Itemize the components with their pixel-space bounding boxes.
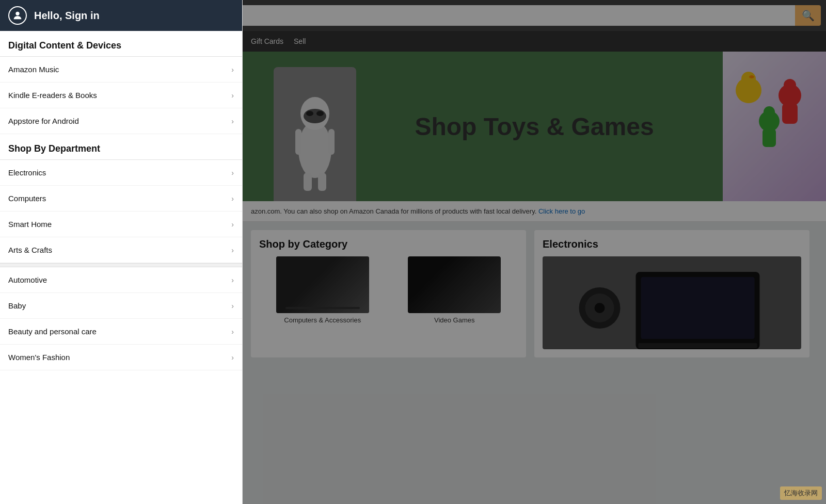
menu-item-computers[interactable]: Computers › bbox=[0, 186, 242, 212]
menu-item-amazon-music[interactable]: Amazon Music › bbox=[0, 57, 242, 83]
menu-item-automotive[interactable]: Automotive › bbox=[0, 267, 242, 293]
sidebar-header: Hello, Sign in bbox=[0, 0, 242, 31]
chevron-icon-baby: › bbox=[231, 302, 234, 310]
chevron-icon-smart-home: › bbox=[231, 220, 234, 229]
person-icon bbox=[12, 10, 23, 21]
user-avatar-icon bbox=[8, 6, 27, 25]
chevron-icon-arts-crafts: › bbox=[231, 246, 234, 254]
baby-label: Baby bbox=[8, 301, 26, 310]
chevron-icon-computers: › bbox=[231, 194, 234, 203]
menu-divider bbox=[0, 263, 242, 267]
chevron-icon-beauty: › bbox=[231, 328, 234, 336]
menu-item-kindle[interactable]: Kindle E-readers & Books › bbox=[0, 83, 242, 108]
electronics-menu-label: Electronics bbox=[8, 168, 46, 177]
section-digital-content: Digital Content & Devices bbox=[0, 31, 242, 57]
womens-fashion-label: Women's Fashion bbox=[8, 353, 70, 362]
menu-item-smart-home[interactable]: Smart Home › bbox=[0, 212, 242, 237]
menu-item-beauty[interactable]: Beauty and personal care › bbox=[0, 319, 242, 345]
chevron-icon-kindle: › bbox=[231, 91, 234, 100]
menu-item-appstore[interactable]: Appstore for Android › bbox=[0, 108, 242, 134]
kindle-label: Kindle E-readers & Books bbox=[8, 91, 97, 100]
smart-home-label: Smart Home bbox=[8, 220, 52, 229]
chevron-icon-appstore: › bbox=[231, 117, 234, 125]
menu-item-arts-crafts[interactable]: Arts & Crafts › bbox=[0, 237, 242, 263]
watermark: 忆海收录网 bbox=[780, 486, 822, 500]
menu-item-electronics[interactable]: Electronics › bbox=[0, 160, 242, 186]
arts-crafts-label: Arts & Crafts bbox=[8, 246, 52, 254]
chevron-icon-electronics: › bbox=[231, 169, 234, 177]
automotive-label: Automotive bbox=[8, 275, 47, 284]
sidebar-menu: Hello, Sign in Digital Content & Devices… bbox=[0, 0, 243, 504]
menu-item-womens-fashion[interactable]: Women's Fashion › bbox=[0, 345, 242, 370]
svg-point-24 bbox=[15, 12, 19, 15]
section-shop-department: Shop By Department bbox=[0, 134, 242, 160]
appstore-label: Appstore for Android bbox=[8, 117, 79, 125]
chevron-icon-automotive: › bbox=[231, 276, 234, 284]
amazon-music-label: Amazon Music bbox=[8, 65, 59, 74]
menu-item-baby[interactable]: Baby › bbox=[0, 293, 242, 319]
chevron-icon-womens-fashion: › bbox=[231, 353, 234, 362]
sidebar-title: Hello, Sign in bbox=[34, 10, 100, 22]
computers-menu-label: Computers bbox=[8, 194, 46, 203]
overlay-dim bbox=[243, 0, 826, 504]
chevron-icon-amazon-music: › bbox=[231, 66, 234, 74]
beauty-label: Beauty and personal care bbox=[8, 327, 97, 336]
